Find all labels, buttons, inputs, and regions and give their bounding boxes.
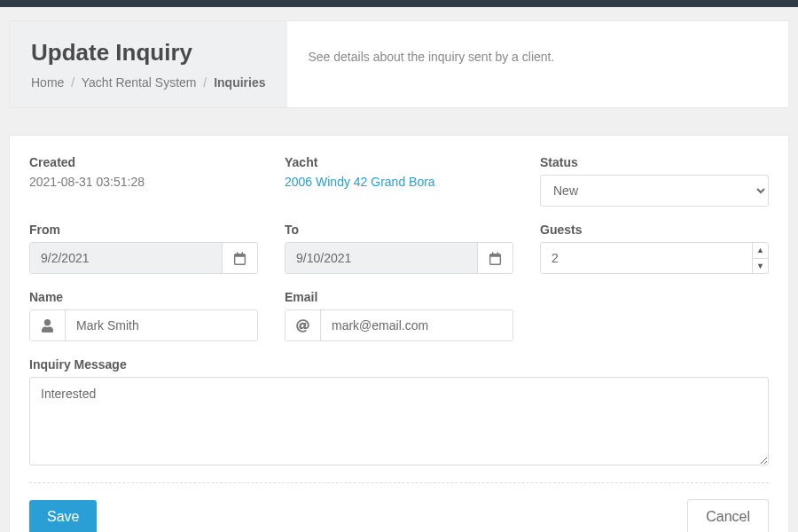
page-title: Update Inquiry (31, 39, 266, 66)
breadcrumb-home[interactable]: Home (31, 75, 64, 90)
form-actions: Save Cancel (29, 499, 769, 532)
label-status: Status (540, 155, 769, 169)
user-icon (30, 310, 66, 340)
name-input-group[interactable] (29, 309, 258, 341)
row-general: Created 2021-08-31 03:51:28 Yacht 2006 W… (29, 155, 769, 207)
header-card: Update Inquiry Home / Yacht Rental Syste… (9, 20, 789, 108)
field-to: To (285, 223, 513, 274)
row-contact: Name Email (29, 290, 769, 341)
label-from: From (29, 223, 258, 237)
guests-input[interactable] (541, 243, 752, 273)
breadcrumb-current: Inquiries (214, 75, 265, 90)
form-card: Created 2021-08-31 03:51:28 Yacht 2006 W… (9, 135, 789, 532)
field-yacht: Yacht 2006 Windy 42 Grand Bora (285, 155, 513, 207)
header-left: Update Inquiry Home / Yacht Rental Syste… (10, 21, 287, 107)
breadcrumb: Home / Yacht Rental System / Inquiries (31, 75, 266, 90)
label-name: Name (29, 290, 258, 304)
label-guests: Guests (540, 223, 769, 237)
label-created: Created (29, 155, 258, 169)
header-subtitle: See details about the inquiry sent by a … (287, 21, 576, 107)
field-guests: Guests ▲ ▼ (540, 223, 769, 274)
from-input[interactable] (30, 243, 222, 273)
label-email: Email (285, 290, 513, 304)
calendar-icon[interactable] (477, 243, 512, 273)
label-to: To (285, 223, 513, 237)
field-name: Name (29, 290, 258, 341)
step-up-icon[interactable]: ▲ (753, 243, 768, 258)
field-status: Status New (540, 155, 769, 207)
field-from: From (29, 223, 258, 274)
email-input-group[interactable] (285, 309, 513, 341)
email-input[interactable] (321, 310, 512, 340)
field-message: Inquiry Message (29, 357, 769, 468)
breadcrumb-system[interactable]: Yacht Rental System (82, 75, 197, 90)
label-yacht: Yacht (285, 155, 513, 169)
name-input[interactable] (66, 310, 257, 340)
step-down-icon[interactable]: ▼ (753, 258, 768, 274)
value-created: 2021-08-31 03:51:28 (29, 175, 258, 189)
at-icon (286, 310, 321, 340)
save-button[interactable]: Save (29, 500, 97, 532)
yacht-link[interactable]: 2006 Windy 42 Grand Bora (285, 175, 435, 189)
calendar-icon[interactable] (222, 243, 257, 273)
cancel-button[interactable]: Cancel (687, 499, 769, 532)
label-message: Inquiry Message (29, 357, 769, 372)
top-bar (0, 0, 798, 7)
row-dates: From To Guests (29, 223, 769, 274)
page-content: Update Inquiry Home / Yacht Rental Syste… (0, 7, 798, 532)
divider (29, 482, 769, 483)
field-created: Created 2021-08-31 03:51:28 (29, 155, 258, 207)
to-input-group[interactable] (285, 242, 513, 274)
status-select[interactable]: New (540, 175, 769, 207)
message-textarea[interactable] (29, 377, 769, 466)
guests-stepper[interactable]: ▲ ▼ (540, 242, 769, 274)
field-email: Email (285, 290, 513, 341)
to-input[interactable] (286, 243, 477, 273)
spacer (540, 290, 769, 341)
from-input-group[interactable] (29, 242, 258, 274)
breadcrumb-sep: / (71, 75, 74, 90)
guests-stepper-buttons: ▲ ▼ (752, 243, 768, 273)
breadcrumb-sep: / (203, 75, 207, 90)
